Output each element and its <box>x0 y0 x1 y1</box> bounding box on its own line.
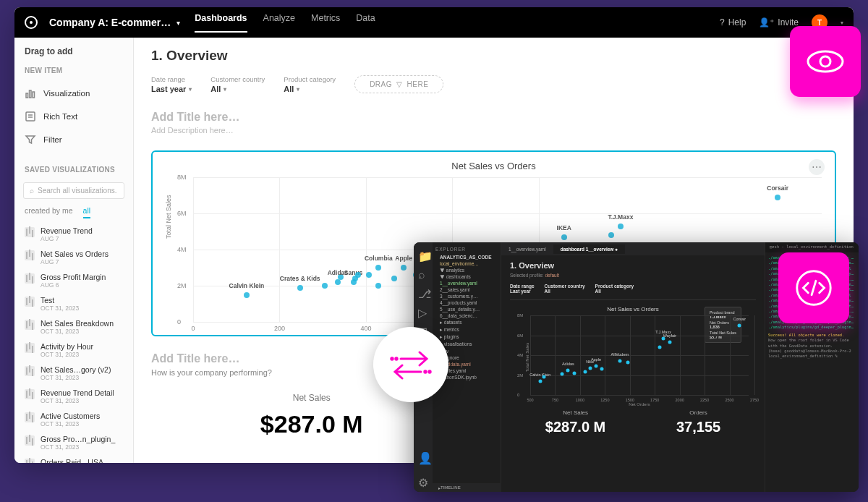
section-title-placeholder[interactable]: Add Title here… <box>151 111 836 124</box>
editor-tabs: 1__overview.yaml dashboard 1__overview ● <box>501 242 765 255</box>
new-rich-text-item[interactable]: Rich Text <box>14 105 133 128</box>
tree-item[interactable]: 4__products.yaml <box>435 299 498 306</box>
viz-thumbnail-icon <box>25 273 35 284</box>
text-block-icon <box>25 111 36 122</box>
chart-point[interactable] <box>618 224 624 229</box>
chart-point[interactable] <box>244 292 250 298</box>
bar-chart-icon <box>25 88 36 99</box>
tree-item[interactable]: ▸ datasets <box>435 319 498 326</box>
nav-analyze[interactable]: Analyze <box>263 13 295 33</box>
preview-filter-category[interactable]: Product categoryAll <box>595 284 634 294</box>
filter-product-category[interactable]: Product categoryAll▾ <box>284 75 336 93</box>
chart-point[interactable] <box>561 234 567 240</box>
dashboard-preview: 1. Overview Selected profile: default Da… <box>501 255 765 492</box>
chart-point[interactable] <box>335 279 341 285</box>
chart-point-label: Apple <box>395 255 412 262</box>
tree-item[interactable]: 6__data_scienc… <box>435 312 498 319</box>
chart-point[interactable] <box>375 283 381 289</box>
workspace-picker[interactable]: Company A: E-commer… <box>49 17 171 28</box>
tree-item[interactable]: 3__customers.y… <box>435 293 498 299</box>
explorer-icon[interactable]: 📁 <box>418 250 428 260</box>
terminal-tail-1: Now open the root folder in VS Code with… <box>768 338 856 349</box>
nav-metrics[interactable]: Metrics <box>311 13 340 33</box>
app-logo-icon[interactable] <box>25 16 38 29</box>
search-icon[interactable]: ⌕ <box>418 268 428 278</box>
code-mode-badge <box>778 252 849 323</box>
search-icon: ⌕ <box>30 187 34 195</box>
saved-viz-item[interactable]: Active CustomersOCT 31, 2023 <box>14 408 133 431</box>
chart-more-button[interactable]: ⋯ <box>809 159 825 175</box>
chart-point[interactable] <box>608 232 614 238</box>
tree-item[interactable]: 5__use_details.y… <box>435 306 498 312</box>
preview-filter-country[interactable]: Customer countryAll <box>545 284 585 294</box>
filter-customer-country[interactable]: Customer countryAll▾ <box>210 75 265 93</box>
tree-item[interactable]: ▸ metrics <box>435 326 498 333</box>
nav-data[interactable]: Data <box>356 13 375 33</box>
chevron-down-icon: ▾ <box>224 86 226 93</box>
chart-point[interactable] <box>391 276 397 281</box>
filter-date-range[interactable]: Date rangeLast year▾ <box>151 75 192 93</box>
saved-viz-item[interactable]: Net Sales vs OrdersAUG 7 <box>14 246 133 269</box>
tree-item[interactable]: local_environme… <box>435 260 498 267</box>
chart-point[interactable] <box>775 195 780 200</box>
tree-item[interactable]: 1__overview.yaml <box>435 280 498 286</box>
dark-kpi-sales: Net Sales$287.0 M <box>545 409 605 435</box>
tree-item[interactable]: ⯆ dashboards <box>435 273 498 280</box>
chart-point-label: Crates & Kids <box>280 275 320 282</box>
saved-viz-item[interactable]: Revenue Trend DetailOCT 31, 2023 <box>14 385 133 408</box>
viz-thumbnail-icon <box>25 389 35 399</box>
chevron-down-icon: ▾ <box>297 86 299 93</box>
preview-filter-date[interactable]: Date rangeLast year <box>510 284 535 294</box>
new-visualization-item[interactable]: Visualization <box>14 82 133 105</box>
chart-point[interactable] <box>366 272 372 278</box>
user-menu-chevron-icon[interactable]: ▾ <box>841 20 843 26</box>
chart-point[interactable] <box>297 285 303 291</box>
tree-item[interactable]: ⯆ analytics <box>435 267 498 273</box>
chevron-down-icon: ▾ <box>189 86 192 93</box>
tab-created-by-me[interactable]: created by me <box>25 206 73 218</box>
editor-tab-yaml[interactable]: 1__overview.yaml <box>501 244 553 254</box>
tree-item[interactable]: ▸ visualisations <box>435 341 498 348</box>
saved-viz-item[interactable]: Revenue TrendAUG 7 <box>14 223 133 246</box>
svg-point-9 <box>396 358 397 360</box>
svg-rect-0 <box>26 93 28 98</box>
saved-viz-item[interactable]: Net Sales…gory (v2)OCT 31, 2023 <box>14 362 133 385</box>
chart-tooltip: Product brandT.J.Maxx Net Orders1,836 To… <box>705 307 741 343</box>
chevron-down-icon[interactable]: ▾ <box>176 19 180 27</box>
nav-dashboards[interactable]: Dashboards <box>195 13 247 33</box>
saved-viz-item[interactable]: Gross Profit MarginAUG 6 <box>14 269 133 292</box>
debug-icon[interactable]: ▷ <box>418 306 428 316</box>
timeline-label[interactable]: ▸ TIMELINE <box>433 483 501 492</box>
invite-link[interactable]: 👤⁺Invite <box>759 17 799 27</box>
saved-viz-item[interactable]: Net Sales BreakdownOCT 31, 2023 <box>14 315 133 339</box>
tree-item[interactable]: ▸ plugins <box>435 333 498 341</box>
sync-indicator <box>373 327 448 402</box>
saved-viz-tabs: created by me all <box>14 202 133 218</box>
tree-root[interactable]: ANALYTICS_AS_CODE <box>435 254 498 260</box>
chart-point[interactable] <box>401 265 407 271</box>
saved-viz-item[interactable]: Gross Pro…n_plugin_OCT 31, 2023 <box>14 431 133 454</box>
search-visualizations-input[interactable]: ⌕Search all visualizations. <box>23 182 124 199</box>
help-link[interactable]: ?Help <box>720 17 746 27</box>
saved-viz-item[interactable]: TestOCT 31, 2023 <box>14 292 133 315</box>
tab-all[interactable]: all <box>83 206 91 218</box>
settings-icon[interactable]: ⚙ <box>418 476 428 486</box>
saved-viz-item[interactable]: Activity by HourOCT 31, 2023 <box>14 339 133 362</box>
chart-point-label: Columbia <box>365 255 393 262</box>
editor-tab-dashboard[interactable]: dashboard 1__overview ● <box>553 244 625 254</box>
new-filter-item[interactable]: Filter <box>14 128 133 151</box>
dark-kpi-orders: Orders37,155 <box>676 409 720 435</box>
saved-viz-item[interactable]: Orders Paid - USAOCT 31, 2023 <box>14 454 133 463</box>
svg-point-12 <box>425 371 426 373</box>
preview-title: 1. Overview <box>510 261 756 270</box>
section-desc-placeholder[interactable]: Add Description here… <box>151 126 836 135</box>
tree-item[interactable]: 2__sales.yaml <box>435 286 498 293</box>
account-icon[interactable]: 👤 <box>418 451 428 461</box>
source-control-icon[interactable]: ⎇ <box>418 287 428 297</box>
chart-point[interactable] <box>355 272 361 278</box>
viz-thumbnail-icon <box>25 227 35 237</box>
viz-thumbnail-icon <box>25 297 35 307</box>
chart-point[interactable] <box>375 265 381 271</box>
chart-point[interactable] <box>322 283 328 289</box>
filter-drop-zone[interactable]: DRAG▽HERE <box>354 75 443 93</box>
